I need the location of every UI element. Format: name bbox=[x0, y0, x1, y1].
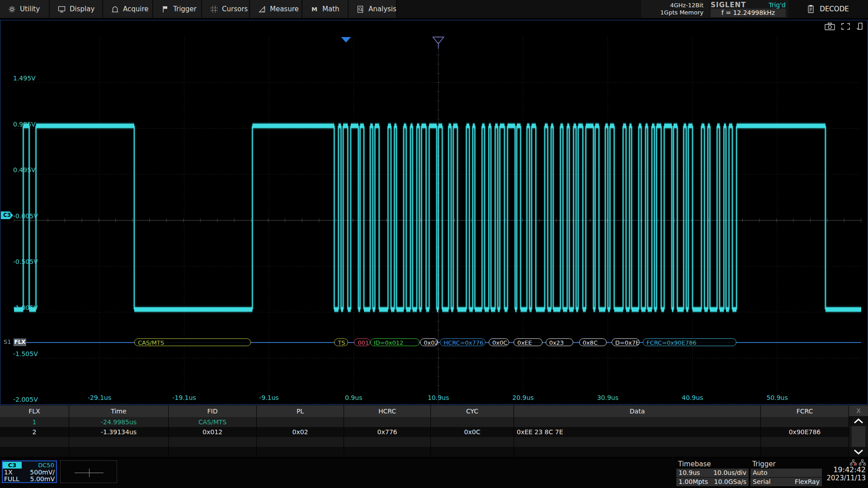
table-cell bbox=[431, 437, 514, 447]
add-channel-placeholder[interactable] bbox=[60, 460, 117, 483]
trace-edge bbox=[497, 126, 499, 310]
table-cell bbox=[514, 447, 761, 457]
trace-segment bbox=[36, 124, 134, 128]
trace-segment bbox=[736, 124, 826, 128]
camera-icon[interactable] bbox=[825, 23, 835, 30]
table-row[interactable]: 1-24.9985usCAS/MTS bbox=[0, 417, 849, 427]
channel-name-badge: C3 bbox=[3, 462, 22, 469]
table-cell bbox=[761, 437, 849, 447]
decode-field-pill: ID=0x012 bbox=[370, 338, 420, 346]
trace-edge bbox=[374, 126, 376, 310]
y-axis-label: -0.005V bbox=[13, 212, 38, 220]
menu-item-display[interactable]: Display bbox=[50, 0, 103, 18]
fullscreen-icon[interactable] bbox=[841, 23, 850, 30]
scroll-up-button[interactable] bbox=[849, 416, 868, 426]
scrollbar-track[interactable] bbox=[852, 426, 865, 447]
trace-edge bbox=[719, 126, 721, 310]
bottom-status-bar: C3 DC50 1X 500mV/ FULL 5.00mV Timebase 1… bbox=[0, 458, 868, 488]
channel-scale: 500mV/ bbox=[30, 469, 55, 476]
menu-item-analysis[interactable]: Analysis bbox=[349, 0, 397, 18]
trace-edge bbox=[605, 126, 606, 310]
trace-edge bbox=[688, 126, 689, 310]
trace-edge bbox=[370, 126, 371, 310]
trace-edge bbox=[252, 126, 253, 310]
trace-edge bbox=[391, 126, 392, 310]
menu-bar: UtilityDisplayAcquireTriggerCursorsMeasu… bbox=[0, 0, 868, 18]
menu-item-utility[interactable]: Utility bbox=[0, 0, 50, 18]
decode-field-pill: 0x23 bbox=[546, 338, 574, 346]
trace-edge bbox=[350, 126, 352, 310]
trace-edge bbox=[692, 126, 693, 310]
timebase-panel[interactable]: Timebase 10.9us 10.0us/div 1.00Mpts 10.0… bbox=[676, 460, 749, 486]
menu-item-label: Analysis bbox=[368, 5, 396, 13]
table-cell: 0x0C bbox=[431, 427, 514, 437]
trace-edge bbox=[488, 126, 490, 310]
menu-item-math[interactable]: MMath bbox=[302, 0, 349, 18]
trace-edge bbox=[472, 126, 473, 310]
timebase-title: Timebase bbox=[676, 460, 749, 468]
trace-edge bbox=[562, 126, 564, 310]
trigger-type: Serial bbox=[753, 478, 771, 486]
table-cell: -1.39134us bbox=[69, 427, 169, 437]
page-flip-icon[interactable] bbox=[856, 23, 864, 30]
status-cluster: 4GHz-12Bit 1Gpts Memory SIGLENT Trig'd f… bbox=[641, 0, 868, 18]
decode-field-pill: CAS/MTS bbox=[134, 338, 251, 346]
scroll-down-button[interactable] bbox=[849, 447, 868, 457]
trace-edge bbox=[656, 126, 657, 310]
x-axis-label: 20.9us bbox=[512, 394, 533, 401]
trace-edge bbox=[623, 126, 624, 310]
x-axis-label: 10.9us bbox=[428, 394, 449, 401]
memory-label: 1Gpts Memory bbox=[660, 9, 703, 16]
menu-item-cursors[interactable]: Cursors bbox=[202, 0, 250, 18]
table-cell bbox=[761, 447, 849, 457]
trace-segment bbox=[252, 124, 334, 128]
trace-edge bbox=[410, 126, 411, 310]
trace-edge bbox=[631, 126, 632, 310]
table-cell: 0x776 bbox=[344, 427, 431, 437]
table-header-hcrc: HCRC bbox=[344, 405, 431, 417]
decode-bus-badge: FLX bbox=[14, 338, 26, 346]
trigger-mode: Auto bbox=[753, 469, 768, 477]
table-row[interactable] bbox=[0, 437, 849, 447]
trace-edge bbox=[457, 126, 458, 310]
table-cell bbox=[344, 417, 431, 427]
decode-tab[interactable]: DECODE bbox=[788, 0, 868, 18]
trace-edge bbox=[582, 126, 584, 310]
decode-tab-label: DECODE bbox=[820, 5, 849, 13]
trace-edge bbox=[526, 126, 528, 310]
table-row[interactable]: 2-1.39134us0x0120x020x7760x0C0xEE 23 8C … bbox=[0, 427, 849, 437]
table-row[interactable] bbox=[0, 447, 849, 457]
system-info: 4GHz-12Bit 1Gpts Memory bbox=[641, 0, 708, 18]
trace-edge bbox=[531, 126, 533, 310]
trace-edge bbox=[520, 126, 521, 310]
channel-c3-descriptor[interactable]: C3 DC50 1X 500mV/ FULL 5.00mV bbox=[2, 460, 57, 483]
trace-edge bbox=[134, 126, 135, 310]
trigger-position-marker[interactable] bbox=[341, 37, 351, 42]
table-cell bbox=[257, 447, 344, 457]
timebase-points: 1.00Mpts bbox=[679, 478, 708, 486]
timebase-delay: 10.9us bbox=[679, 469, 700, 477]
trigger-panel[interactable]: Trigger Auto Serial FlexRay bbox=[750, 460, 822, 486]
table-cell: 0x90E786 bbox=[761, 427, 849, 437]
decode-field-pill: D=0x7E bbox=[612, 338, 640, 346]
decode-field-pill: 0x0C bbox=[489, 338, 509, 346]
trace-edge bbox=[647, 126, 648, 310]
trace-edge bbox=[660, 126, 662, 310]
trace-edge bbox=[585, 126, 587, 310]
trace-edge bbox=[516, 126, 518, 310]
y-axis-label: 1.495V bbox=[13, 75, 36, 82]
channel-coupling: DC50 bbox=[38, 462, 56, 469]
menu-item-acquire[interactable]: Acquire bbox=[103, 0, 153, 18]
trace-edge bbox=[626, 126, 627, 310]
display-icon bbox=[58, 5, 66, 13]
menu-item-label: Trigger bbox=[173, 5, 197, 13]
trace-edge bbox=[347, 126, 349, 310]
trace-edge bbox=[544, 126, 546, 310]
table-close-button[interactable]: X bbox=[849, 405, 868, 416]
y-axis-label: -1.005V bbox=[13, 304, 38, 311]
trace-edge bbox=[547, 126, 548, 310]
menu-item-trigger[interactable]: Trigger bbox=[153, 0, 202, 18]
menu-item-measure[interactable]: Measure bbox=[250, 0, 302, 18]
table-cell bbox=[344, 447, 431, 457]
trace-edge bbox=[481, 126, 483, 310]
